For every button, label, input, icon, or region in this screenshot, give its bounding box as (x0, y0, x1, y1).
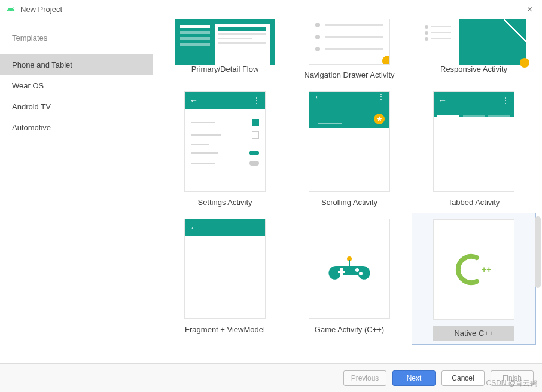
sidebar-item-android-tv[interactable]: Android TV (0, 96, 153, 117)
template-label: Game Activity (C++) (315, 325, 384, 334)
more-icon: ⋮ (502, 96, 509, 105)
svg-point-5 (359, 272, 363, 275)
footer-bar: Previous Next Cancel Finish (0, 363, 542, 392)
content-scrollbar[interactable] (535, 216, 541, 288)
template-grid: Primary/Detail Flow Navigation Drawer Ac… (165, 19, 530, 345)
more-icon: ⋮ (253, 96, 260, 105)
more-icon: ⋮ (377, 93, 385, 101)
sidebar-item-label: Android TV (12, 102, 51, 111)
template-label: Native C++ (433, 326, 514, 341)
titlebar: New Project × (0, 0, 542, 19)
cpp-icon: ++ (453, 252, 495, 287)
template-content: Primary/Detail Flow Navigation Drawer Ac… (153, 19, 542, 363)
template-label: Scrolling Activity (321, 198, 377, 207)
close-icon[interactable]: × (523, 4, 536, 15)
template-responsive[interactable]: Responsive Activity (414, 19, 534, 79)
sidebar-item-label: Automotive (12, 123, 51, 132)
back-arrow-icon: ← (314, 92, 322, 102)
template-nav-drawer[interactable]: Navigation Drawer Activity (290, 19, 409, 79)
back-arrow-icon: ← (439, 96, 447, 105)
cancel-button[interactable]: Cancel (441, 370, 485, 386)
main-area: Templates Phone and Tablet Wear OS Andro… (0, 19, 542, 363)
template-label: Navigation Drawer Activity (305, 71, 395, 79)
template-label: Primary/Detail Flow (191, 65, 259, 74)
svg-point-4 (355, 268, 359, 272)
sidebar-item-phone-tablet[interactable]: Phone and Tablet (0, 54, 153, 75)
svg-rect-1 (349, 260, 350, 266)
template-scrolling[interactable]: ←⋮ ★ Scrolling Activity (290, 85, 409, 207)
android-icon (6, 5, 16, 14)
template-primary-detail[interactable]: Primary/Detail Flow (165, 19, 285, 79)
finish-button[interactable]: Finish (491, 370, 534, 386)
back-arrow-icon: ← (190, 96, 198, 105)
sidebar: Templates Phone and Tablet Wear OS Andro… (0, 19, 153, 363)
sidebar-item-label: Phone and Tablet (12, 60, 72, 69)
fab-icon (382, 56, 390, 65)
back-arrow-icon: ← (190, 223, 198, 232)
template-fragment-viewmodel[interactable]: ← Fragment + ViewModel (165, 213, 285, 345)
next-button[interactable]: Next (392, 370, 436, 386)
template-native-cpp[interactable]: ++ Native C++ (414, 213, 534, 345)
template-label: Tabbed Activity (448, 198, 500, 207)
template-label: Settings Activity (197, 198, 252, 207)
window-title: New Project (20, 5, 62, 14)
sidebar-item-label: Wear OS (12, 81, 44, 90)
template-tabbed[interactable]: ←⋮ Tabbed Activity (414, 85, 534, 207)
previous-button[interactable]: Previous (343, 370, 386, 386)
sidebar-header: Templates (0, 29, 153, 54)
template-label: Fragment + ViewModel (185, 325, 265, 334)
fab-icon (520, 58, 529, 68)
svg-rect-3 (340, 268, 343, 275)
sidebar-item-automotive[interactable]: Automotive (0, 117, 153, 138)
template-label: Responsive Activity (440, 65, 507, 74)
svg-text:++: ++ (482, 265, 491, 274)
template-game-cpp[interactable]: Game Activity (C++) (290, 213, 409, 345)
gamepad-icon (328, 254, 370, 284)
fab-star-icon: ★ (374, 114, 385, 124)
sidebar-item-wear-os[interactable]: Wear OS (0, 75, 153, 96)
template-settings[interactable]: ←⋮ Settings Activity (165, 85, 285, 207)
